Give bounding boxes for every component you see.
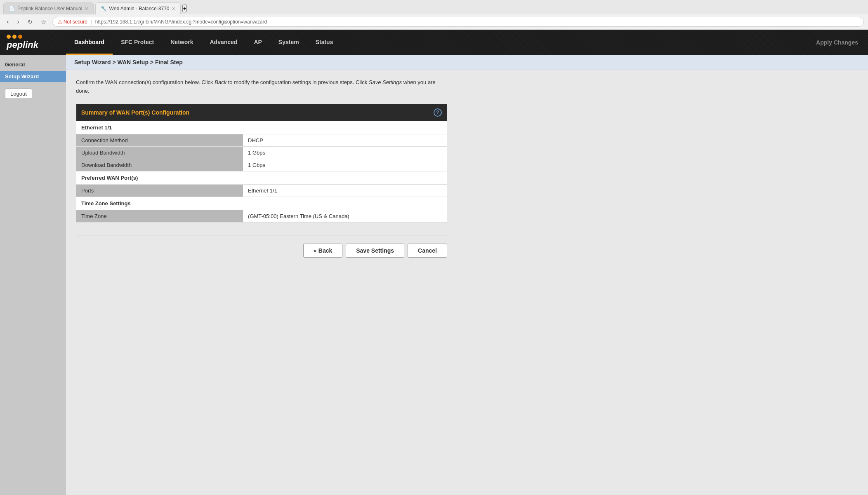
- sidebar: General Setup Wizard Logout: [0, 55, 66, 495]
- logo-dot-3: [18, 35, 22, 39]
- nav-item-status[interactable]: Status: [307, 30, 342, 55]
- footer-buttons: « Back Save Settings Cancel: [76, 244, 447, 266]
- nav-item-dashboard[interactable]: Dashboard: [66, 30, 113, 55]
- row-value-ports: Ethernet 1/1: [243, 184, 447, 197]
- app-header: peplink Dashboard SFC Protect Network Ad…: [0, 30, 868, 55]
- cancel-button[interactable]: Cancel: [408, 244, 447, 258]
- table-row: Download Bandwidth 1 Gbps: [76, 159, 447, 171]
- section-label-preferred-wan: Preferred WAN Port(s): [76, 171, 447, 184]
- section-label-timezone: Time Zone Settings: [76, 197, 447, 210]
- row-label-timezone: Time Zone: [76, 210, 243, 222]
- table-row: Preferred WAN Port(s): [76, 171, 447, 184]
- logo-dot-2: [12, 35, 17, 39]
- nav-item-ap[interactable]: AP: [245, 30, 270, 55]
- back-button[interactable]: ‹: [4, 17, 11, 26]
- bookmark-button[interactable]: ☆: [38, 17, 49, 27]
- security-warning: ⚠ Not secure: [58, 19, 87, 25]
- tab-manual-close[interactable]: ×: [85, 5, 88, 12]
- tab-manual[interactable]: 📄 Peplink Balance User Manual ×: [3, 2, 94, 14]
- row-value-timezone: (GMT-05:00) Eastern Time (US & Canada): [243, 210, 447, 222]
- row-value-connection-method: DHCP: [243, 134, 447, 146]
- breadcrumb: Setup Wizard > WAN Setup > Final Step: [66, 55, 868, 70]
- content-area: Setup Wizard > WAN Setup > Final Step Co…: [66, 55, 868, 495]
- nav-item-network[interactable]: Network: [162, 30, 201, 55]
- table-body: Ethernet 1/1 Connection Method DHCP Uplo…: [76, 121, 447, 222]
- reload-button[interactable]: ↻: [25, 18, 35, 26]
- logo-dots: [7, 35, 38, 39]
- main-layout: General Setup Wizard Logout Setup Wizard…: [0, 55, 868, 495]
- table-row: Ports Ethernet 1/1: [76, 184, 447, 197]
- help-icon[interactable]: ?: [434, 108, 442, 117]
- security-warning-text: Not secure: [64, 19, 87, 25]
- logo-area: peplink: [0, 30, 66, 55]
- address-bar[interactable]: ⚠ Not secure | https://192.168.1.1/cgi-b…: [52, 17, 864, 27]
- page-content: Confirm the WAN connection(s) configurat…: [66, 70, 868, 274]
- table-row: Upload Bandwidth 1 Gbps: [76, 146, 447, 159]
- url-text: https://192.168.1.1/cgi-bin/MANGA/index.…: [95, 19, 267, 25]
- tab-manual-icon: 📄: [9, 6, 15, 12]
- section-label-ethernet: Ethernet 1/1: [76, 121, 447, 134]
- config-table: Summary of WAN Port(s) Configuration ? E…: [76, 104, 447, 223]
- table-header-row: Summary of WAN Port(s) Configuration ?: [76, 104, 447, 121]
- table-title: Summary of WAN Port(s) Configuration: [81, 109, 189, 116]
- table-row: Connection Method DHCP: [76, 134, 447, 146]
- table-row: Ethernet 1/1: [76, 121, 447, 134]
- back-button[interactable]: « Back: [303, 244, 342, 258]
- description-text: Confirm the WAN connection(s) configurat…: [76, 78, 447, 96]
- table-row: Time Zone (GMT-05:00) Eastern Time (US &…: [76, 210, 447, 222]
- back-link-text: Back: [215, 79, 226, 85]
- table-row: Time Zone Settings: [76, 197, 447, 210]
- nav-item-advanced[interactable]: Advanced: [201, 30, 245, 55]
- row-label-connection-method: Connection Method: [76, 134, 243, 146]
- tab-bar: 📄 Peplink Balance User Manual × 🔧 Web Ad…: [0, 0, 868, 14]
- nav-menu: Dashboard SFC Protect Network Advanced A…: [66, 30, 806, 55]
- tab-webadmin-title: Web Admin - Balance-3770: [109, 6, 170, 12]
- row-label-download-bandwidth: Download Bandwidth: [76, 159, 243, 171]
- row-value-upload-bandwidth: 1 Gbps: [243, 146, 447, 159]
- sidebar-section-general: General: [0, 58, 66, 71]
- sidebar-item-setup-wizard[interactable]: Setup Wizard: [0, 71, 66, 82]
- forward-button[interactable]: ›: [14, 17, 21, 26]
- new-tab-button[interactable]: +: [182, 5, 187, 12]
- tab-webadmin[interactable]: 🔧 Web Admin - Balance-3770 ×: [95, 2, 181, 14]
- apply-changes[interactable]: Apply Changes: [806, 30, 868, 55]
- logo-dot-1: [7, 35, 11, 39]
- save-settings-button[interactable]: Save Settings: [346, 244, 404, 258]
- footer-divider: [76, 235, 447, 235]
- browser-chrome: 📄 Peplink Balance User Manual × 🔧 Web Ad…: [0, 0, 868, 30]
- tab-webadmin-close[interactable]: ×: [172, 5, 175, 12]
- row-label-ports: Ports: [76, 184, 243, 197]
- warning-icon: ⚠: [58, 19, 62, 25]
- app-wrapper: peplink Dashboard SFC Protect Network Ad…: [0, 30, 868, 495]
- nav-bar: ‹ › ↻ ☆ ⚠ Not secure | https://192.168.1…: [0, 14, 868, 30]
- save-link-text: Save Settings: [369, 79, 402, 85]
- tab-manual-title: Peplink Balance User Manual: [17, 6, 82, 12]
- logo-text: peplink: [7, 40, 38, 50]
- tab-webadmin-icon: 🔧: [101, 6, 107, 12]
- row-value-download-bandwidth: 1 Gbps: [243, 159, 447, 171]
- url-separator: |: [91, 19, 92, 25]
- nav-item-system[interactable]: System: [270, 30, 307, 55]
- logout-button[interactable]: Logout: [5, 89, 32, 99]
- row-label-upload-bandwidth: Upload Bandwidth: [76, 146, 243, 159]
- nav-item-sfc-protect[interactable]: SFC Protect: [113, 30, 162, 55]
